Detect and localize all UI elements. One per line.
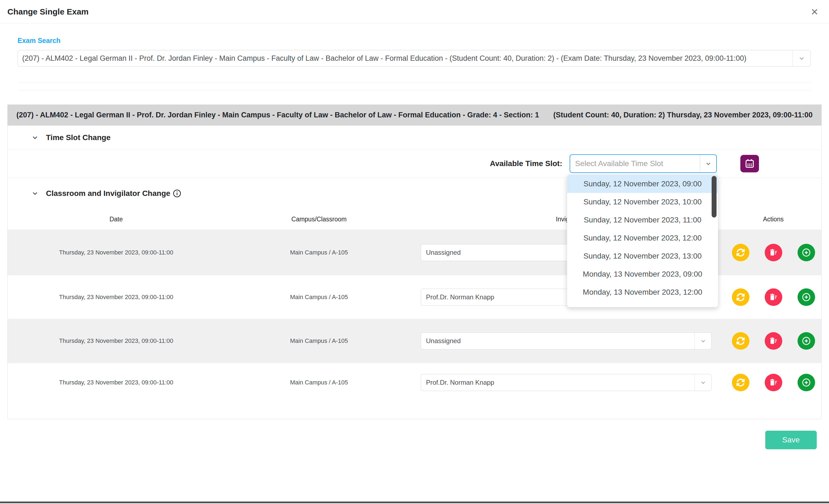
campus-cell: Main Campus / A-105 [225, 379, 413, 386]
chevron-down-icon [694, 333, 711, 349]
invigilator-value: Prof.Dr. Norman Knapp [421, 379, 694, 386]
col-header-actions: Actions [725, 216, 821, 223]
add-invigilator-button[interactable] [797, 244, 815, 261]
sync-invigilator-button[interactable] [732, 374, 749, 391]
sync-invigilator-button[interactable] [732, 332, 749, 350]
trash-icon [769, 248, 778, 257]
campus-cell: Main Campus / A-105 [225, 249, 413, 256]
sync-icon [736, 293, 745, 301]
sync-icon [736, 337, 745, 345]
available-time-slot-row: Available Time Slot: Select Available Ti… [8, 150, 821, 178]
sync-invigilator-button[interactable] [732, 244, 749, 261]
plus-circle-icon [801, 377, 812, 388]
date-cell: Thursday, 23 November 2023, 09:00-11:00 [8, 294, 225, 301]
sync-invigilator-button[interactable] [732, 288, 749, 306]
time-slot-option[interactable]: Sunday, 12 November 2023, 12:00 [567, 229, 718, 247]
delete-row-button[interactable] [765, 332, 782, 350]
info-icon[interactable] [172, 189, 182, 198]
available-time-slot-label: Available Time Slot: [490, 159, 562, 168]
horizontal-scrollbar-thumb[interactable] [0, 502, 829, 503]
col-header-campus: Campus/Classroom [225, 216, 413, 223]
time-slot-option[interactable]: Sunday, 12 November 2023, 10:00 [567, 193, 718, 211]
time-slot-option[interactable]: Monday, 13 November 2023, 09:00 [567, 265, 718, 283]
time-slot-option[interactable]: Monday, 13 November 2023, 12:00 [567, 283, 718, 301]
campus-cell: Main Campus / A-105 [225, 294, 413, 301]
add-invigilator-button[interactable] [797, 332, 815, 350]
date-cell: Thursday, 23 November 2023, 09:00-11:00 [8, 337, 225, 345]
exam-summary-right: (Student Count: 40, Duration: 2) Thursda… [553, 111, 813, 119]
exam-search-selected-value: (207) - ALM402 - Legal German II - Prof.… [18, 54, 792, 63]
exam-summary-left: (207) - ALM402 - Legal German II - Prof.… [16, 111, 539, 119]
close-icon[interactable]: × [811, 6, 818, 18]
exam-search-label: Exam Search [17, 37, 811, 45]
invigilator-select[interactable]: Unassigned [421, 332, 712, 350]
add-invigilator-button[interactable] [797, 288, 815, 306]
time-slot-dropdown: Sunday, 12 November 2023, 09:00 Sunday, … [567, 175, 718, 307]
chevron-down-icon [694, 374, 711, 391]
exam-search-select[interactable]: (207) - ALM402 - Legal German II - Prof.… [17, 50, 811, 67]
table-row: Thursday, 23 November 2023, 09:00-11:00 … [8, 363, 821, 402]
dropdown-scrollbar-thumb[interactable] [712, 176, 717, 218]
time-slot-option[interactable]: Sunday, 12 November 2023, 13:00 [567, 247, 718, 265]
calendar-button[interactable] [741, 155, 759, 172]
available-time-slot-select[interactable]: Select Available Time Slot [570, 154, 717, 173]
sync-icon [736, 248, 745, 257]
col-header-date: Date [8, 216, 225, 223]
trash-icon [769, 293, 778, 301]
delete-row-button[interactable] [765, 374, 782, 391]
date-cell: Thursday, 23 November 2023, 09:00-11:00 [8, 249, 225, 256]
save-button[interactable]: Save [765, 431, 817, 449]
exam-summary-banner: (207) - ALM402 - Legal German II - Prof.… [7, 105, 822, 125]
chevron-down-icon [792, 50, 810, 66]
time-slot-option[interactable]: Sunday, 12 November 2023, 11:00 [567, 211, 718, 229]
horizontal-scrollbar[interactable] [0, 502, 829, 504]
plus-circle-icon [801, 292, 812, 302]
time-slot-section-toggle[interactable]: Time Slot Change [8, 125, 821, 150]
invigilator-value: Unassigned [421, 337, 694, 345]
sync-icon [736, 379, 745, 387]
delete-row-button[interactable] [765, 244, 782, 261]
time-slot-option[interactable]: Monday, 13 November 2023, 13:00 [567, 301, 718, 307]
chevron-down-icon [700, 155, 716, 172]
modal-footer: Save [0, 419, 829, 449]
trash-icon [769, 336, 778, 345]
time-slot-option[interactable]: Sunday, 12 November 2023, 09:00 [567, 175, 718, 193]
plus-circle-icon [801, 336, 812, 346]
date-cell: Thursday, 23 November 2023, 09:00-11:00 [8, 379, 225, 386]
calendar-icon [744, 158, 755, 169]
available-time-slot-placeholder: Select Available Time Slot [570, 159, 700, 168]
classroom-section-title: Classroom and Invigilator Change [46, 189, 170, 198]
chevron-down-icon [31, 134, 39, 141]
add-invigilator-button[interactable] [797, 374, 815, 391]
chevron-down-icon [31, 190, 39, 197]
plus-circle-icon [801, 247, 812, 258]
trash-icon [769, 378, 778, 387]
table-row: Thursday, 23 November 2023, 09:00-11:00 … [8, 319, 821, 363]
delete-row-button[interactable] [765, 288, 782, 306]
modal-header: Change Single Exam × [0, 0, 829, 24]
exam-search-section: Exam Search (207) - ALM402 - Legal Germa… [0, 24, 829, 90]
invigilator-select[interactable]: Prof.Dr. Norman Knapp [421, 374, 712, 391]
modal-title: Change Single Exam [7, 7, 88, 16]
time-slot-section-title: Time Slot Change [46, 133, 111, 142]
campus-cell: Main Campus / A-105 [225, 337, 413, 345]
